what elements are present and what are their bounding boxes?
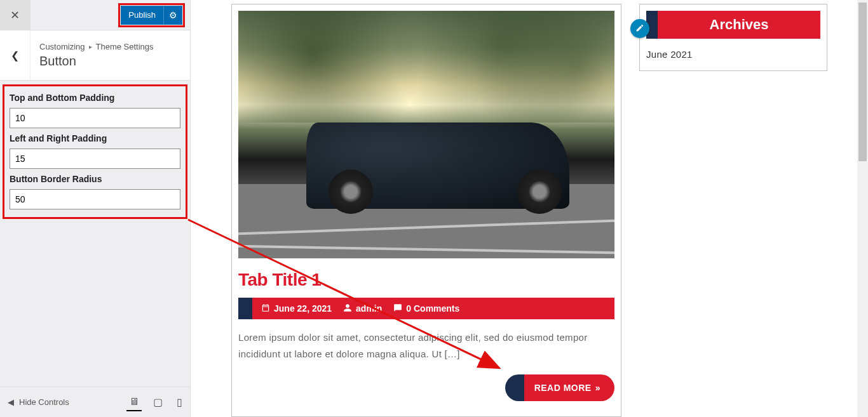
breadcrumb-row: ❮ Customizing ▸ Theme Settings Button <box>0 30 190 81</box>
post-excerpt: Lorem ipsum dolor sit amet, consectetur … <box>238 329 614 362</box>
gear-icon: ⚙ <box>169 10 177 20</box>
input-top-bottom-padding[interactable] <box>10 108 180 128</box>
field-label-left-right-padding: Left and Right Padding <box>10 133 180 143</box>
read-more-label: READ MORE <box>534 383 592 393</box>
scrollbar-track[interactable] <box>857 0 868 417</box>
close-customizer-button[interactable]: ✕ <box>0 0 31 30</box>
hide-controls-label: Hide Controls <box>19 397 69 407</box>
close-icon: ✕ <box>10 8 20 22</box>
chevron-double-right-icon: » <box>595 383 600 393</box>
post-featured-image[interactable] <box>238 11 614 258</box>
archives-widget: Archives June 2021 <box>639 4 827 71</box>
archive-link[interactable]: June 2021 <box>646 49 693 60</box>
publish-settings-button[interactable]: ⚙ <box>163 6 182 25</box>
chevron-left-icon: ❮ <box>11 50 19 62</box>
edit-widget-button[interactable] <box>630 19 649 38</box>
post-card: Tab Title 1 June 22, 2021 <box>231 4 621 417</box>
collapse-icon: ◀ <box>8 397 14 407</box>
read-more-accent-strip <box>505 374 524 401</box>
breadcrumb-root: Customizing <box>39 42 85 51</box>
device-desktop-button[interactable]: 🖥 <box>126 394 142 411</box>
desktop-icon: 🖥 <box>129 396 139 407</box>
sidebar-footer: ◀ Hide Controls 🖥 ▢ ▯ <box>0 387 190 417</box>
field-label-top-bottom-padding: Top and Bottom Padding <box>10 93 180 103</box>
device-tablet-button[interactable]: ▢ <box>151 394 165 411</box>
comments-icon <box>393 303 402 314</box>
pencil-icon <box>635 23 644 34</box>
publish-button[interactable]: Publish <box>121 6 163 25</box>
sidebar-top-bar: ✕ Publish ⚙ <box>0 0 190 30</box>
input-left-right-padding[interactable] <box>10 149 180 169</box>
device-mobile-button[interactable]: ▯ <box>174 394 185 411</box>
back-button[interactable]: ❮ <box>0 30 31 80</box>
widget-title: Archives <box>658 11 820 39</box>
breadcrumb-text: Customizing ▸ Theme Settings Button <box>31 36 190 75</box>
breadcrumb-section: Theme Settings <box>96 42 154 51</box>
input-border-radius[interactable] <box>10 189 180 209</box>
field-label-border-radius: Button Border Radius <box>10 174 180 184</box>
publish-highlight-annotation: Publish ⚙ <box>118 3 185 27</box>
read-more-button[interactable]: READ MORE » <box>505 374 614 401</box>
preview-pane: Tab Title 1 June 22, 2021 <box>191 0 868 417</box>
tablet-icon: ▢ <box>153 397 163 407</box>
post-title[interactable]: Tab Title 1 <box>238 270 614 290</box>
chevron-right-icon: ▸ <box>89 43 92 50</box>
calendar-icon <box>261 303 270 314</box>
hide-controls-button[interactable]: ◀ Hide Controls <box>8 397 69 407</box>
customizer-sidebar: ✕ Publish ⚙ ❮ Customizing ▸ Theme Settin… <box>0 0 191 417</box>
mobile-icon: ▯ <box>177 397 182 407</box>
meta-accent-strip <box>238 298 252 319</box>
post-meta-bar: June 22, 2021 admin <box>238 298 614 319</box>
section-title: Button <box>39 54 181 69</box>
post-date[interactable]: June 22, 2021 <box>261 303 332 314</box>
scrollbar-thumb[interactable] <box>858 3 867 161</box>
controls-highlight-annotation: Top and Bottom Padding Left and Right Pa… <box>3 84 187 219</box>
post-author[interactable]: admin <box>343 303 382 314</box>
sidebar-widgets: Archives June 2021 <box>639 4 827 417</box>
user-icon <box>343 303 352 314</box>
post-comments[interactable]: 0 Comments <box>393 303 459 314</box>
